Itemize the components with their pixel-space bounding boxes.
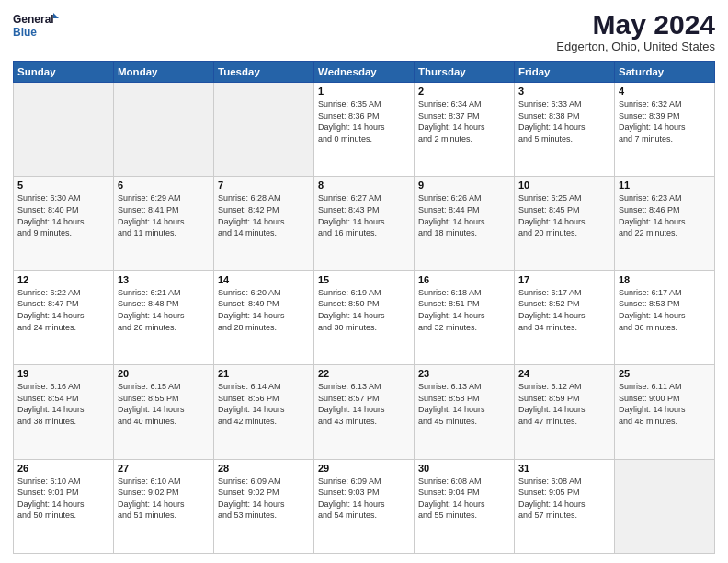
day-number: 16 [418,274,510,285]
day-cell: 19Sunrise: 6:16 AMSunset: 8:54 PMDayligh… [14,365,114,459]
day-info: Sunrise: 6:18 AMSunset: 8:51 PMDaylight:… [418,287,510,333]
week-row-4: 19Sunrise: 6:16 AMSunset: 8:54 PMDayligh… [14,365,715,459]
week-row-2: 5Sunrise: 6:30 AMSunset: 8:40 PMDaylight… [14,177,715,270]
day-info: Sunrise: 6:15 AMSunset: 8:55 PMDaylight:… [118,381,210,427]
day-info: Sunrise: 6:28 AMSunset: 8:42 PMDaylight:… [218,192,310,238]
day-number: 11 [619,179,711,190]
day-info: Sunrise: 6:10 AMSunset: 9:01 PMDaylight:… [17,476,109,522]
day-info: Sunrise: 6:30 AMSunset: 8:40 PMDaylight:… [17,192,109,238]
main-title: May 2024 [556,9,715,40]
day-cell: 29Sunrise: 6:09 AMSunset: 9:03 PMDayligh… [314,459,415,553]
day-info: Sunrise: 6:20 AMSunset: 8:49 PMDaylight:… [218,287,310,333]
day-number: 6 [118,179,210,190]
day-number: 19 [17,368,109,379]
day-number: 23 [418,368,510,379]
day-number: 9 [418,179,510,190]
day-info: Sunrise: 6:34 AMSunset: 8:37 PMDaylight:… [418,98,510,144]
day-cell: 28Sunrise: 6:09 AMSunset: 9:02 PMDayligh… [214,459,314,553]
day-cell [14,83,114,177]
day-info: Sunrise: 6:17 AMSunset: 8:53 PMDaylight:… [619,287,711,333]
day-info: Sunrise: 6:23 AMSunset: 8:46 PMDaylight:… [619,192,711,238]
day-number: 28 [218,463,310,474]
day-info: Sunrise: 6:27 AMSunset: 8:43 PMDaylight:… [318,192,410,238]
col-header-friday: Friday [515,62,615,83]
svg-text:Blue: Blue [13,26,37,39]
day-info: Sunrise: 6:22 AMSunset: 8:47 PMDaylight:… [17,287,109,333]
logo-svg: General Blue [13,9,59,42]
subtitle: Edgerton, Ohio, United States [556,40,715,53]
day-number: 27 [118,463,210,474]
day-info: Sunrise: 6:08 AMSunset: 9:04 PMDaylight:… [418,476,510,522]
day-info: Sunrise: 6:25 AMSunset: 8:45 PMDaylight:… [518,192,610,238]
svg-text:General: General [13,13,54,26]
day-cell [615,459,715,553]
day-cell: 9Sunrise: 6:26 AMSunset: 8:44 PMDaylight… [415,177,515,270]
day-cell: 10Sunrise: 6:25 AMSunset: 8:45 PMDayligh… [515,177,615,270]
day-info: Sunrise: 6:14 AMSunset: 8:56 PMDaylight:… [218,381,310,427]
day-cell: 21Sunrise: 6:14 AMSunset: 8:56 PMDayligh… [214,365,314,459]
day-cell: 12Sunrise: 6:22 AMSunset: 8:47 PMDayligh… [14,270,114,364]
day-cell: 2Sunrise: 6:34 AMSunset: 8:37 PMDaylight… [415,83,515,177]
day-number: 21 [218,368,310,379]
day-number: 30 [418,463,510,474]
day-cell: 5Sunrise: 6:30 AMSunset: 8:40 PMDaylight… [14,177,114,270]
day-info: Sunrise: 6:16 AMSunset: 8:54 PMDaylight:… [17,381,109,427]
day-cell: 25Sunrise: 6:11 AMSunset: 9:00 PMDayligh… [615,365,715,459]
day-info: Sunrise: 6:11 AMSunset: 9:00 PMDaylight:… [619,381,711,427]
day-info: Sunrise: 6:17 AMSunset: 8:52 PMDaylight:… [518,287,610,333]
day-info: Sunrise: 6:08 AMSunset: 9:05 PMDaylight:… [518,476,610,522]
day-info: Sunrise: 6:26 AMSunset: 8:44 PMDaylight:… [418,192,510,238]
day-cell: 31Sunrise: 6:08 AMSunset: 9:05 PMDayligh… [515,459,615,553]
day-cell: 1Sunrise: 6:35 AMSunset: 8:36 PMDaylight… [314,83,415,177]
day-number: 4 [619,86,711,97]
day-number: 15 [318,274,410,285]
header: General Blue May 2024 Edgerton, Ohio, Un… [13,9,715,53]
col-header-wednesday: Wednesday [314,62,415,83]
day-cell: 3Sunrise: 6:33 AMSunset: 8:38 PMDaylight… [515,83,615,177]
day-cell: 6Sunrise: 6:29 AMSunset: 8:41 PMDaylight… [114,177,214,270]
day-number: 17 [518,274,610,285]
day-number: 7 [218,179,310,190]
day-info: Sunrise: 6:10 AMSunset: 9:02 PMDaylight:… [118,476,210,522]
day-cell: 16Sunrise: 6:18 AMSunset: 8:51 PMDayligh… [415,270,515,364]
day-info: Sunrise: 6:33 AMSunset: 8:38 PMDaylight:… [518,98,610,144]
title-block: May 2024 Edgerton, Ohio, United States [556,9,715,53]
header-row: SundayMondayTuesdayWednesdayThursdayFrid… [14,62,715,83]
day-info: Sunrise: 6:19 AMSunset: 8:50 PMDaylight:… [318,287,410,333]
col-header-monday: Monday [114,62,214,83]
logo: General Blue [13,9,59,42]
day-number: 29 [318,463,410,474]
week-row-5: 26Sunrise: 6:10 AMSunset: 9:01 PMDayligh… [14,459,715,553]
day-cell: 11Sunrise: 6:23 AMSunset: 8:46 PMDayligh… [615,177,715,270]
day-cell: 30Sunrise: 6:08 AMSunset: 9:04 PMDayligh… [415,459,515,553]
day-cell: 26Sunrise: 6:10 AMSunset: 9:01 PMDayligh… [14,459,114,553]
svg-marker-2 [53,13,59,18]
day-info: Sunrise: 6:12 AMSunset: 8:59 PMDaylight:… [518,381,610,427]
day-cell: 27Sunrise: 6:10 AMSunset: 9:02 PMDayligh… [114,459,214,553]
day-cell: 8Sunrise: 6:27 AMSunset: 8:43 PMDaylight… [314,177,415,270]
day-cell: 15Sunrise: 6:19 AMSunset: 8:50 PMDayligh… [314,270,415,364]
day-cell: 24Sunrise: 6:12 AMSunset: 8:59 PMDayligh… [515,365,615,459]
calendar-table: SundayMondayTuesdayWednesdayThursdayFrid… [13,61,715,554]
week-row-3: 12Sunrise: 6:22 AMSunset: 8:47 PMDayligh… [14,270,715,364]
col-header-sunday: Sunday [14,62,114,83]
day-number: 12 [17,274,109,285]
day-cell: 7Sunrise: 6:28 AMSunset: 8:42 PMDaylight… [214,177,314,270]
day-number: 25 [619,368,711,379]
day-cell: 4Sunrise: 6:32 AMSunset: 8:39 PMDaylight… [615,83,715,177]
day-cell [214,83,314,177]
day-info: Sunrise: 6:09 AMSunset: 9:03 PMDaylight:… [318,476,410,522]
day-cell: 14Sunrise: 6:20 AMSunset: 8:49 PMDayligh… [214,270,314,364]
day-number: 3 [518,86,610,97]
day-number: 20 [118,368,210,379]
day-number: 13 [118,274,210,285]
day-info: Sunrise: 6:32 AMSunset: 8:39 PMDaylight:… [619,98,711,144]
day-info: Sunrise: 6:13 AMSunset: 8:58 PMDaylight:… [418,381,510,427]
col-header-saturday: Saturday [615,62,715,83]
day-info: Sunrise: 6:35 AMSunset: 8:36 PMDaylight:… [318,98,410,144]
day-number: 10 [518,179,610,190]
day-cell: 23Sunrise: 6:13 AMSunset: 8:58 PMDayligh… [415,365,515,459]
day-number: 5 [17,179,109,190]
col-header-tuesday: Tuesday [214,62,314,83]
day-number: 2 [418,86,510,97]
